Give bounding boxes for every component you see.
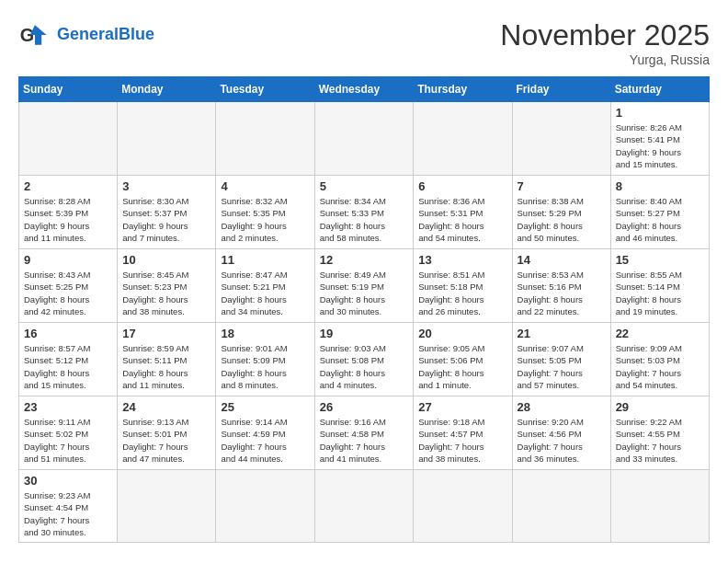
day-number: 2 [24,179,112,193]
calendar-cell [314,470,414,543]
day-info: Sunrise: 8:45 AM Sunset: 5:23 PM Dayligh… [122,269,210,317]
day-info: Sunrise: 8:59 AM Sunset: 5:11 PM Dayligh… [122,342,210,391]
calendar-row: 30Sunrise: 9:23 AM Sunset: 4:54 PM Dayli… [19,470,710,543]
day-info: Sunrise: 9:20 AM Sunset: 4:56 PM Dayligh… [518,416,606,465]
day-info: Sunrise: 8:55 AM Sunset: 5:14 PM Dayligh… [616,269,704,317]
calendar-cell: 23Sunrise: 9:11 AM Sunset: 5:02 PM Dayli… [19,396,118,470]
calendar-cell: 28Sunrise: 9:20 AM Sunset: 4:56 PM Dayli… [512,396,610,470]
day-number: 18 [221,327,309,340]
day-number: 24 [122,400,210,414]
day-number: 14 [518,253,606,267]
day-info: Sunrise: 9:09 AM Sunset: 5:03 PM Dayligh… [616,342,704,391]
calendar-row: 2Sunrise: 8:28 AM Sunset: 5:39 PM Daylig… [19,176,710,249]
day-number: 5 [320,179,409,193]
calendar-cell: 11Sunrise: 8:47 AM Sunset: 5:21 PM Dayli… [216,249,314,323]
weekday-thursday: Thursday [414,77,512,102]
calendar-row: 23Sunrise: 9:11 AM Sunset: 5:02 PM Dayli… [19,396,710,470]
day-number: 1 [616,106,704,120]
calendar-row: 1Sunrise: 8:26 AM Sunset: 5:41 PM Daylig… [19,102,710,176]
day-info: Sunrise: 8:40 AM Sunset: 5:27 PM Dayligh… [616,195,704,244]
day-number: 3 [122,179,210,193]
day-info: Sunrise: 8:47 AM Sunset: 5:21 PM Dayligh… [221,269,309,317]
day-info: Sunrise: 9:07 AM Sunset: 5:05 PM Dayligh… [518,342,606,391]
calendar-cell: 25Sunrise: 9:14 AM Sunset: 4:59 PM Dayli… [216,396,314,470]
day-info: Sunrise: 8:51 AM Sunset: 5:18 PM Dayligh… [418,269,506,317]
weekday-tuesday: Tuesday [216,77,314,102]
calendar-cell: 30Sunrise: 9:23 AM Sunset: 4:54 PM Dayli… [19,470,118,543]
day-number: 17 [122,327,210,340]
calendar-cell: 29Sunrise: 9:22 AM Sunset: 4:55 PM Dayli… [610,396,709,470]
day-info: Sunrise: 9:22 AM Sunset: 4:55 PM Dayligh… [616,416,704,465]
calendar-cell: 13Sunrise: 8:51 AM Sunset: 5:18 PM Dayli… [414,249,512,323]
logo: G GeneralBlue [18,18,154,52]
page-header: G GeneralBlue November 2025 Yurga, Russi… [18,18,710,67]
day-number: 15 [616,253,704,267]
day-number: 12 [320,253,409,267]
calendar-cell [216,102,314,176]
calendar-cell: 12Sunrise: 8:49 AM Sunset: 5:19 PM Dayli… [314,249,414,323]
calendar-cell [118,470,216,543]
calendar-cell: 1Sunrise: 8:26 AM Sunset: 5:41 PM Daylig… [610,102,709,176]
calendar-cell: 2Sunrise: 8:28 AM Sunset: 5:39 PM Daylig… [19,176,118,249]
logo-general: General [57,25,119,43]
day-number: 11 [221,253,309,267]
calendar-cell: 8Sunrise: 8:40 AM Sunset: 5:27 PM Daylig… [610,176,709,249]
day-info: Sunrise: 9:13 AM Sunset: 5:01 PM Dayligh… [122,416,210,465]
day-info: Sunrise: 9:03 AM Sunset: 5:08 PM Dayligh… [320,342,409,391]
day-number: 13 [418,253,506,267]
calendar-cell: 7Sunrise: 8:38 AM Sunset: 5:29 PM Daylig… [512,176,610,249]
day-info: Sunrise: 9:01 AM Sunset: 5:09 PM Dayligh… [221,342,309,391]
calendar-cell: 9Sunrise: 8:43 AM Sunset: 5:25 PM Daylig… [19,249,118,323]
day-info: Sunrise: 9:14 AM Sunset: 4:59 PM Dayligh… [221,416,309,465]
day-number: 16 [24,327,112,340]
calendar-cell: 10Sunrise: 8:45 AM Sunset: 5:23 PM Dayli… [118,249,216,323]
day-number: 21 [518,327,606,340]
calendar-cell [414,470,512,543]
logo-text: GeneralBlue [57,26,154,44]
day-number: 26 [320,400,409,414]
day-info: Sunrise: 8:30 AM Sunset: 5:37 PM Dayligh… [122,195,210,244]
calendar-cell: 17Sunrise: 8:59 AM Sunset: 5:11 PM Dayli… [118,323,216,396]
calendar-cell: 5Sunrise: 8:34 AM Sunset: 5:33 PM Daylig… [314,176,414,249]
location: Yurga, Russia [500,52,710,67]
calendar-cell: 15Sunrise: 8:55 AM Sunset: 5:14 PM Dayli… [610,249,709,323]
day-number: 9 [24,253,112,267]
day-number: 8 [616,179,704,193]
calendar-cell: 24Sunrise: 9:13 AM Sunset: 5:01 PM Dayli… [118,396,216,470]
calendar-cell: 4Sunrise: 8:32 AM Sunset: 5:35 PM Daylig… [216,176,314,249]
day-number: 6 [418,179,506,193]
day-info: Sunrise: 9:18 AM Sunset: 4:57 PM Dayligh… [418,416,506,465]
day-info: Sunrise: 8:49 AM Sunset: 5:19 PM Dayligh… [320,269,409,317]
calendar-cell: 27Sunrise: 9:18 AM Sunset: 4:57 PM Dayli… [414,396,512,470]
day-info: Sunrise: 8:34 AM Sunset: 5:33 PM Dayligh… [320,195,409,244]
weekday-header-row: SundayMondayTuesdayWednesdayThursdayFrid… [19,77,710,102]
calendar-cell: 18Sunrise: 9:01 AM Sunset: 5:09 PM Dayli… [216,323,314,396]
weekday-saturday: Saturday [610,77,709,102]
calendar-row: 16Sunrise: 8:57 AM Sunset: 5:12 PM Dayli… [19,323,710,396]
day-info: Sunrise: 8:32 AM Sunset: 5:35 PM Dayligh… [221,195,309,244]
calendar-cell [610,470,709,543]
calendar-cell: 16Sunrise: 8:57 AM Sunset: 5:12 PM Dayli… [19,323,118,396]
day-number: 27 [418,400,506,414]
day-info: Sunrise: 8:43 AM Sunset: 5:25 PM Dayligh… [24,269,112,317]
calendar-cell [414,102,512,176]
calendar-cell: 3Sunrise: 8:30 AM Sunset: 5:37 PM Daylig… [118,176,216,249]
calendar-cell [118,102,216,176]
weekday-wednesday: Wednesday [314,77,414,102]
day-info: Sunrise: 8:36 AM Sunset: 5:31 PM Dayligh… [418,195,506,244]
calendar-cell: 22Sunrise: 9:09 AM Sunset: 5:03 PM Dayli… [610,323,709,396]
calendar-cell [314,102,414,176]
day-number: 28 [518,400,606,414]
calendar-cell: 6Sunrise: 8:36 AM Sunset: 5:31 PM Daylig… [414,176,512,249]
day-info: Sunrise: 9:23 AM Sunset: 4:54 PM Dayligh… [24,489,112,538]
day-number: 23 [24,400,112,414]
logo-icon: G [18,18,51,52]
calendar-cell [19,102,118,176]
weekday-monday: Monday [118,77,216,102]
title-block: November 2025 Yurga, Russia [500,18,710,67]
day-number: 19 [320,327,409,340]
calendar-cell: 14Sunrise: 8:53 AM Sunset: 5:16 PM Dayli… [512,249,610,323]
calendar-cell: 21Sunrise: 9:07 AM Sunset: 5:05 PM Dayli… [512,323,610,396]
day-info: Sunrise: 8:26 AM Sunset: 5:41 PM Dayligh… [616,121,704,170]
day-info: Sunrise: 8:28 AM Sunset: 5:39 PM Dayligh… [24,195,112,244]
